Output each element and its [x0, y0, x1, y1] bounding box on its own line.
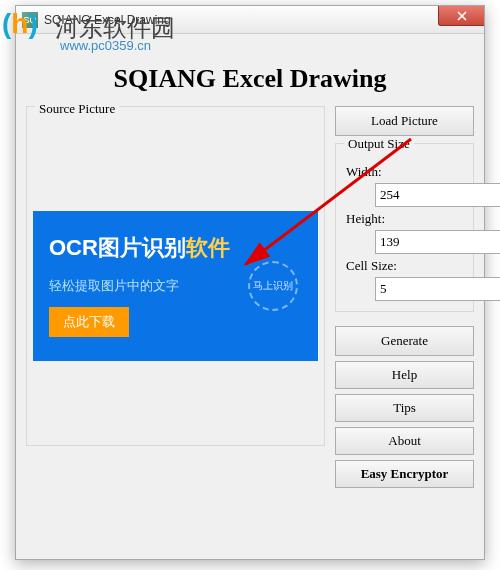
preview-title-prefix: OCR: [49, 235, 98, 260]
source-picture-group: Source Picture OCR图片识别软件 轻松提取图片中的文字 点此下载…: [26, 106, 325, 446]
window-title: SQIANG Excel Drawing: [44, 13, 171, 27]
app-icon: SQ: [22, 12, 38, 28]
source-picture-label: Source Picture: [35, 101, 119, 116]
help-button[interactable]: Help: [335, 361, 474, 389]
client-area: SQIANG Excel Drawing Source Picture OCR图…: [16, 34, 484, 559]
output-size-label: Output Size: [344, 136, 414, 152]
app-window: SQ SQIANG Excel Drawing SQIANG Excel Dra…: [15, 5, 485, 560]
close-button[interactable]: [438, 6, 484, 26]
preview-circle-badge: 马上识别: [248, 261, 298, 311]
titlebar: SQ SQIANG Excel Drawing: [16, 6, 484, 34]
controls-column: Load Picture Output Size Width: ▲ ▼: [335, 106, 474, 541]
app-heading: SQIANG Excel Drawing: [26, 64, 474, 94]
height-spinner[interactable]: ▲ ▼: [375, 230, 465, 254]
preview-download-badge: 点此下载: [49, 307, 129, 337]
preview-title-suffix: 软件: [186, 235, 230, 260]
width-spinner[interactable]: ▲ ▼: [375, 183, 465, 207]
height-label: Height:: [344, 211, 465, 227]
width-label: Width:: [344, 164, 465, 180]
cell-size-input[interactable]: [375, 277, 500, 301]
cell-size-spinner[interactable]: ▲ ▼: [375, 277, 465, 301]
generate-button[interactable]: Generate: [335, 326, 474, 356]
load-picture-button[interactable]: Load Picture: [335, 106, 474, 136]
cell-size-label: Cell Size:: [344, 258, 465, 274]
easy-encryptor-button[interactable]: Easy Encryptor: [335, 460, 474, 488]
about-button[interactable]: About: [335, 427, 474, 455]
preview-title-main: 图片识别: [98, 235, 186, 260]
width-input[interactable]: [375, 183, 500, 207]
preview-subtitle: 轻松提取图片中的文字: [49, 277, 179, 295]
source-picture-preview: OCR图片识别软件 轻松提取图片中的文字 点此下载 马上识别: [33, 211, 318, 361]
output-size-group: Output Size Width: ▲ ▼: [335, 143, 474, 312]
preview-title: OCR图片识别软件: [49, 233, 230, 263]
tips-button[interactable]: Tips: [335, 394, 474, 422]
height-input[interactable]: [375, 230, 500, 254]
close-icon: [457, 11, 467, 21]
